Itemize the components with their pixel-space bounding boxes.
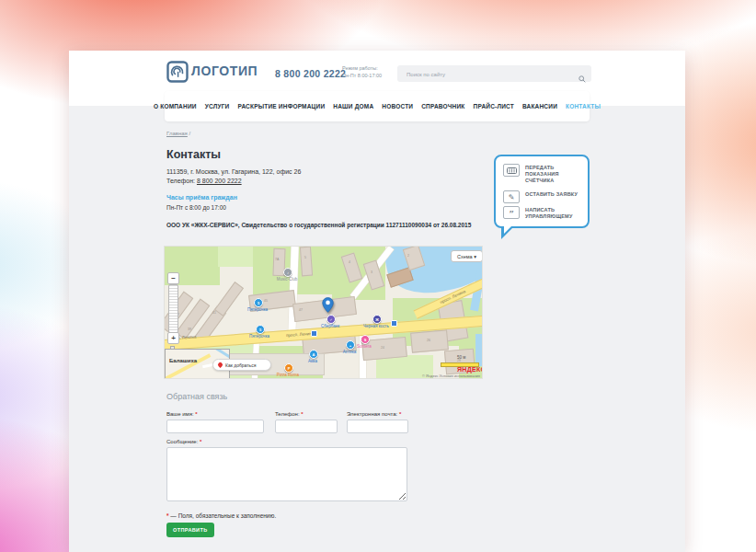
meter-icon — [503, 164, 520, 177]
contact-phone-label: Телефон: — [166, 178, 195, 184]
nav-item-houses[interactable]: НАШИ ДОМА — [333, 103, 373, 109]
map-mode-button[interactable]: Схема ▾ — [451, 250, 483, 262]
poi-marker-icon[interactable]: Ж — [372, 315, 382, 324]
red-pin-icon — [217, 362, 223, 368]
building-number: 7А — [275, 258, 279, 261]
logo-text[interactable]: ЛОГОТИП — [191, 63, 258, 78]
zoom-in-button[interactable]: + — [167, 332, 179, 344]
required-mark: * — [399, 411, 401, 417]
required-mark: * — [301, 411, 303, 417]
submit-button[interactable]: ОТПРАВИТЬ — [166, 523, 214, 537]
email-field-label: Электронная почта: * — [347, 411, 401, 417]
poi-marker-icon[interactable]: P — [284, 363, 293, 373]
quick-action-send-readings[interactable]: ПЕРЕДАТЬ ПОКАЗАНИЯ СЧЁТЧИКА — [503, 164, 580, 184]
contact-phone-line: Телефон: 8 800 200 2222 — [166, 177, 301, 186]
required-fields-note: * — Поля, обязательные к заполнению. — [166, 512, 276, 519]
minimap-city-label: Балашиха — [169, 358, 197, 363]
message-field-label: Сообщение: * — [166, 439, 201, 444]
transit-stop-marker[interactable] — [311, 330, 317, 337]
pen-icon: ✎ — [503, 190, 520, 203]
nav-item-directory[interactable]: СПРАВОЧНИК — [421, 103, 464, 109]
poi-label: Черная кость — [353, 324, 399, 328]
breadcrumb-home-link[interactable]: Главная — [166, 131, 188, 136]
contact-phone-link[interactable]: 8 800 200 2222 — [197, 178, 242, 184]
map-attribution: © Яндекс Условия использования — [422, 374, 480, 378]
quote-icon: ” — [503, 206, 520, 219]
building-number: 47 — [299, 308, 303, 312]
main-nav: О КОМПАНИИ УСЛУГИ РАСКРЫТИЕ ИНФОРМАЦИИ Н… — [165, 91, 590, 121]
building-number: 3 — [371, 270, 372, 274]
search-icon[interactable] — [578, 70, 586, 86]
page-background: ЛОГОТИП 8 800 200 2222 Режим работы: Пн-… — [0, 0, 756, 552]
reception-hours-title: Часы приёма граждан — [166, 194, 237, 201]
poi-label: Pizza Roma — [265, 373, 311, 377]
poi-label: Пятёрочка — [235, 307, 281, 312]
directions-label: Как добраться — [225, 362, 256, 368]
message-textarea[interactable] — [166, 447, 407, 501]
site-search — [397, 65, 591, 82]
map-building — [300, 247, 313, 277]
zoom-slider[interactable] — [168, 284, 178, 333]
quick-action-label: НАПИСАТЬ УПРАВЛЯЮЩЕМУ — [525, 206, 580, 220]
yandex-map[interactable]: 37 39 41 45 47 7А 5 4 3 2 24 26 28 просп… — [164, 246, 483, 379]
page-title: Контакты — [166, 148, 221, 161]
header-phone[interactable]: 8 800 200 2222 — [275, 68, 346, 79]
contact-address-block: 111359, г. Москва, ул. Гагарина, 122, оф… — [166, 167, 301, 186]
label-text: Электронная почта: — [347, 411, 397, 417]
site-card: ЛОГОТИП 8 800 200 2222 Режим работы: Пн-… — [69, 51, 685, 552]
poi-label: Сбербанк — [307, 324, 353, 328]
label-text: Ваше имя: — [166, 411, 194, 417]
map-water — [475, 334, 482, 366]
poi-label: Пятёрочка — [236, 334, 282, 339]
label-text: Сообщение: — [166, 439, 198, 444]
directions-button[interactable]: Как добраться — [212, 359, 271, 371]
poi-marker-icon[interactable]: A — [309, 350, 318, 359]
map-green-area — [218, 247, 255, 267]
search-input[interactable] — [405, 65, 574, 84]
logo-icon[interactable] — [166, 61, 189, 83]
nav-item-contacts[interactable]: КОНТАКТЫ — [566, 103, 601, 109]
building-number: 39 — [188, 328, 191, 331]
name-field[interactable] — [166, 420, 264, 433]
nav-item-vacancies[interactable]: ВАКАНСИИ — [522, 103, 557, 109]
feedback-title: Обратная связь — [166, 392, 227, 401]
zoom-out-button[interactable]: − — [167, 272, 179, 284]
label-text: Телефон: — [275, 411, 300, 417]
nav-item-disclosure[interactable]: РАСКРЫТИЕ ИНФОРМАЦИИ — [237, 103, 325, 109]
poi-marker-icon[interactable]: ♪ — [283, 268, 292, 277]
required-mark: * — [200, 439, 201, 444]
quick-actions-panel: ПЕРЕДАТЬ ПОКАЗАНИЯ СЧЁТЧИКА ✎ ОСТАВИТЬ З… — [494, 155, 590, 228]
poi-marker-icon[interactable]: S — [361, 335, 370, 344]
nav-item-services[interactable]: УСЛУГИ — [205, 103, 230, 109]
work-hours: Режим работы: Пн-Пт 8:00-17:00 — [342, 64, 382, 79]
building-number: 41 — [212, 311, 216, 315]
location-pin[interactable] — [322, 297, 334, 316]
reception-hours-value: Пн-Пт с 8:00 до 17:00 — [166, 204, 226, 211]
phone-field[interactable] — [275, 420, 338, 433]
poi-marker-icon[interactable]: 5 — [254, 298, 263, 307]
terms-of-use-link[interactable]: Условия использования — [440, 374, 480, 378]
quick-action-leave-request[interactable]: ✎ ОСТАВИТЬ ЗАЯВКУ — [503, 190, 580, 203]
yandex-logo[interactable]: ЯНДЕКС — [457, 366, 483, 373]
required-mark: * — [166, 512, 169, 519]
contact-address: 111359, г. Москва, ул. Гагарина, 122, оф… — [166, 167, 301, 177]
breadcrumb-separator: / — [189, 131, 191, 136]
email-field[interactable] — [347, 420, 408, 433]
nav-item-about[interactable]: О КОМПАНИИ — [154, 103, 197, 109]
quick-action-write-manager[interactable]: ” НАПИСАТЬ УПРАВЛЯЮЩЕМУ — [503, 206, 580, 220]
building-number: 45 — [264, 299, 268, 303]
poi-label: Аптека — [326, 350, 372, 354]
quick-action-label: ПЕРЕДАТЬ ПОКАЗАНИЯ СЧЁТЧИКА — [525, 164, 580, 184]
building-number: 26 — [427, 339, 430, 342]
nav-item-pricelist[interactable]: ПРАЙС-ЛИСТ — [474, 103, 514, 109]
map-copyright: © Яндекс — [422, 374, 439, 378]
building-number: 4 — [349, 260, 350, 264]
work-hours-label: Режим работы: — [342, 64, 382, 72]
poi-label: Аква — [290, 359, 336, 363]
phone-field-label: Телефон: * — [275, 411, 304, 417]
poi-label: Sontera — [341, 344, 387, 349]
road-label: просп. Ленина — [286, 331, 314, 338]
nav-item-news[interactable]: НОВОСТИ — [382, 103, 413, 109]
poi-label: Music-Club — [264, 277, 310, 282]
poi-marker-icon[interactable]: 5 — [256, 325, 265, 334]
